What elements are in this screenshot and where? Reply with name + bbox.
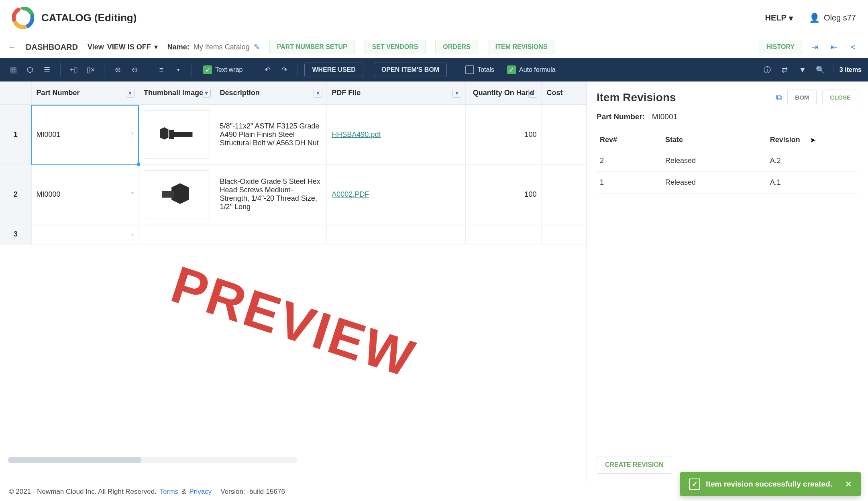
col-cost[interactable]: Cost [542,81,587,105]
filter-icon[interactable]: ▾ [202,89,211,98]
main: Part Number▾ Thumbnail image▾ Descriptio… [0,81,868,482]
export-icon[interactable]: ⇤ [827,40,841,54]
cell-thumbnail[interactable] [139,224,215,244]
item-revisions-panel: Item Revisions ⧉ BOM CLOSE Part Number: … [587,81,868,482]
toast-message: Item revision successfully created. [706,480,832,489]
auto-formula-label: Auto formula [519,66,556,73]
cell-qty[interactable]: 100 [465,105,542,165]
swap-icon[interactable]: ⇄ [778,63,792,77]
open-item-bom-button[interactable]: OPEN ITEM'S BOM [374,63,447,77]
chevron-down-icon: ▾ [789,13,793,23]
pdf-link[interactable]: A0002.PDF [332,190,369,198]
close-button[interactable]: CLOSE [822,90,858,105]
back-icon[interactable]: ← [8,43,16,52]
row-index: 1 [0,105,31,165]
view-dropdown[interactable]: View VIEW IS OFF ▾ [88,43,158,51]
col-state[interactable]: State [662,130,767,150]
col-part-number[interactable]: Part Number▾ [31,81,139,105]
col-revision[interactable]: Revision [767,130,858,150]
layout-icon[interactable]: ☰ [40,63,54,77]
scrollbar-thumb[interactable] [8,457,141,463]
filter-icon[interactable]: ▾ [314,89,322,98]
undo-icon[interactable]: ↶ [261,63,274,77]
checkbox-on-icon: ✓ [507,65,516,74]
chevron-down-icon[interactable]: ▾ [131,232,134,237]
pencil-icon[interactable]: ✎ [254,43,260,51]
svg-marker-0 [160,127,169,140]
cell-qty[interactable] [465,224,542,244]
text-wrap-label: Text wrap [215,66,242,73]
cell-pdf[interactable]: A0002.PDF [327,165,466,224]
set-vendors-button[interactable]: SET VENDORS [365,40,426,54]
cell-cost[interactable] [542,105,587,165]
auto-formula-toggle[interactable]: ✓ Auto formula [502,58,560,81]
cell-thumbnail[interactable] [139,165,215,224]
share-icon[interactable]: < [846,40,860,54]
item-revisions-button[interactable]: ITEM REVISIONS [488,40,555,54]
filter-icon[interactable]: ▾ [126,89,134,98]
cell-description[interactable]: Black-Oxide Grade 5 Steel Hex Head Screw… [215,165,327,224]
grid-icon[interactable]: ▦ [6,63,20,77]
where-used-button[interactable]: WHERE USED [304,63,363,77]
table-header-row: Part Number▾ Thumbnail image▾ Descriptio… [0,81,587,105]
terms-link[interactable]: Terms [160,488,178,496]
rev-name: A.1 [767,172,858,193]
col-qty[interactable]: Quantity On Hand▾ [465,81,542,105]
cell-description[interactable]: 5/8"-11x2" ASTM F3125 Grade A490 Plain F… [215,105,327,165]
chevron-down-icon[interactable]: ▾ [171,63,185,77]
cell-pdf[interactable] [327,224,466,244]
import-icon[interactable]: ⇥ [808,40,821,54]
cell-cost[interactable] [542,165,587,224]
col-pdf[interactable]: PDF File▾ [327,81,466,105]
amp: & [181,488,186,496]
cell-description[interactable] [215,224,327,244]
col-description[interactable]: Description▾ [215,81,327,105]
open-external-icon[interactable]: ⧉ [776,93,782,102]
cell-part-number[interactable]: MI0001▾ [31,105,139,165]
cell-cost[interactable] [542,224,587,244]
bom-button[interactable]: BOM [787,90,817,105]
pdf-link[interactable]: HHSBA490.pdf [332,130,381,138]
table-row[interactable]: 1 MI0001▾ 5/8"-11x2" ASTM F3125 Grade A4… [0,105,587,165]
user-menu[interactable]: 👤 Oleg s77 [809,13,856,23]
align-icon[interactable]: ≡ [155,63,168,77]
totals-toggle[interactable]: ✓ Totals [460,58,499,81]
history-button[interactable]: HISTORY [759,40,802,54]
name-label: Name: [167,43,189,51]
table-row[interactable]: 3 ▾ [0,224,587,244]
dashboard-link[interactable]: DASHBOARD [26,43,78,52]
col-rev-number[interactable]: Rev# [597,130,662,150]
filter-icon[interactable]: ▾ [452,89,461,98]
search-icon[interactable]: 🔍 [813,63,827,77]
cell-thumbnail[interactable] [139,105,215,165]
move-down-icon[interactable]: ⊖ [128,63,141,77]
table-row[interactable]: 2 MI0000▾ Black-Oxide Grade 5 Stee [0,165,587,224]
add-column-icon[interactable]: +▯ [67,63,81,77]
orders-button[interactable]: ORDERS [435,40,478,54]
tree-icon[interactable]: ⬡ [23,63,37,77]
help-menu[interactable]: HELP ▾ [765,13,793,23]
chevron-down-icon[interactable]: ▾ [131,190,134,196]
cell-part-number[interactable]: MI0000▾ [31,165,139,224]
filter-icon[interactable]: ▾ [528,89,537,98]
cell-pdf[interactable]: HHSBA490.pdf [327,105,466,165]
info-icon[interactable]: ⓘ [760,63,774,77]
part-number-setup-button[interactable]: PART NUMBER SETUP [269,40,355,54]
text-wrap-toggle[interactable]: ✓ Text wrap [198,58,247,81]
col-thumbnail[interactable]: Thumbnail image▾ [139,81,215,105]
revision-row[interactable]: 2 Released A.2 [597,150,858,172]
create-revision-button[interactable]: CREATE REVISION [597,456,672,474]
svg-rect-1 [172,132,192,137]
move-up-icon[interactable]: ⊕ [111,63,124,77]
filter-icon[interactable]: ▼ [796,63,809,77]
close-icon[interactable]: ✕ [845,479,852,489]
redo-icon[interactable]: ↷ [277,63,291,77]
cell-part-number[interactable]: ▾ [31,224,139,244]
privacy-link[interactable]: Privacy [189,488,212,496]
copyright: © 2021 - Newman Cloud Inc. All Right Res… [9,488,157,496]
chevron-down-icon[interactable]: ▾ [131,130,134,136]
revision-row[interactable]: 1 Released A.1 [597,172,858,193]
remove-column-icon[interactable]: ▯× [84,63,98,77]
horizontal-scrollbar[interactable] [8,457,297,463]
cell-qty[interactable]: 100 [465,165,542,224]
